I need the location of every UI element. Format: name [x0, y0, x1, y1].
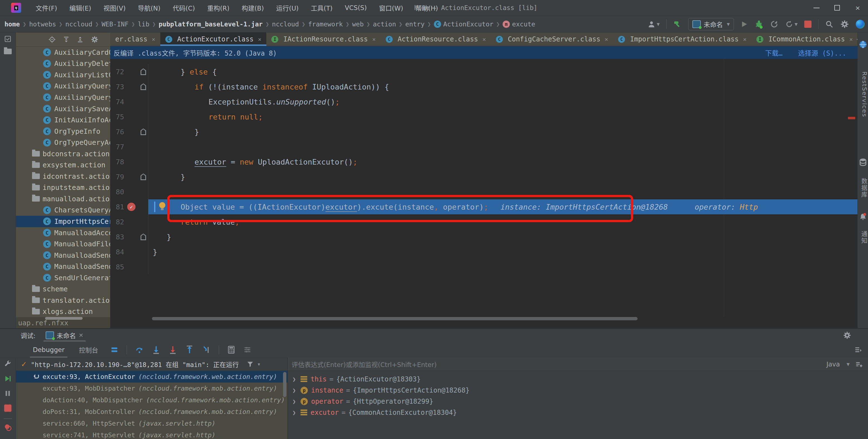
breadcrumb-item[interactable]: ❯CActionExcutor: [425, 21, 493, 28]
tree-item[interactable]: bdconstra.action: [16, 148, 110, 160]
collapse-all-icon[interactable]: [77, 36, 84, 43]
evaluate-expression-icon[interactable]: [227, 346, 235, 354]
notifications-tab[interactable]: 通知: [858, 225, 868, 250]
tree-item[interactable]: CManualloadFileInfo: [16, 238, 110, 250]
fold-marker-icon[interactable]: [141, 83, 146, 90]
profiler-icon[interactable]: [770, 19, 778, 30]
tree-item[interactable]: CSendUrlGenerationAc: [16, 272, 110, 283]
resume-program-icon[interactable]: [0, 375, 16, 382]
close-tab-icon[interactable]: ✕: [605, 36, 608, 42]
add-watch-icon[interactable]: [855, 360, 863, 368]
tree-item[interactable]: CManualloadSendBackI: [16, 261, 110, 272]
breadcrumb-item[interactable]: ❯nccloud: [263, 21, 299, 28]
stack-frame-row[interactable]: service:741, HttpServlet(javax.servlet.h…: [16, 429, 287, 439]
variable-row[interactable]: ❯pinstance={ImportHttpsCertAction@18268}: [288, 385, 868, 396]
menu-item[interactable]: 代码(C): [173, 3, 195, 12]
layout-options-icon[interactable]: [854, 346, 862, 353]
editor-tab[interactable]: CConfigCacheServer.class✕: [491, 33, 613, 46]
tree-item[interactable]: CAuxiliaryListQueryD: [16, 69, 110, 80]
tree-item[interactable]: CAuxiliaryQueryActio: [16, 80, 110, 92]
code-line[interactable]: 77: [110, 139, 858, 154]
project-toolwindow-icon[interactable]: [0, 49, 16, 54]
debug-bug-icon[interactable]: [754, 19, 763, 30]
pause-program-icon[interactable]: [0, 390, 16, 397]
tree-item[interactable]: xlogs.action: [16, 306, 110, 317]
breakpoint-icon[interactable]: ✓: [127, 203, 135, 211]
step-into-icon[interactable]: [152, 346, 160, 354]
stack-frame-row[interactable]: doPost:31, MobController(nccloud.framewo…: [16, 406, 287, 417]
breadcrumb-item[interactable]: ❯WEB-INF: [92, 21, 129, 28]
tree-item[interactable]: CAuxiliarySaveAction: [16, 103, 110, 114]
menu-item[interactable]: 编辑(E): [69, 3, 91, 12]
expand-all-icon[interactable]: [63, 36, 69, 43]
tree-item[interactable]: CManualloadAccountQr: [16, 227, 110, 239]
breadcrumb-item[interactable]: ❯pubplatform_baseLevel-1.jar: [150, 21, 263, 28]
code-line[interactable]: 76}: [110, 124, 858, 139]
variable-row[interactable]: ❯poperator={HttpOperator@18299}: [288, 396, 868, 407]
close-session-icon[interactable]: ✕: [79, 332, 84, 339]
code-line[interactable]: 78excutor = new UploadActionExcutor();: [110, 154, 858, 169]
intention-bulb-icon[interactable]: [159, 202, 165, 208]
debug-session-tab[interactable]: 未命名 ✕: [43, 329, 86, 342]
breadcrumb-item[interactable]: ❯mexcute: [493, 21, 535, 28]
tree-item[interactable]: CCharsetsQueryAction: [16, 205, 110, 216]
user-icon[interactable]: ▼: [647, 19, 660, 30]
code-line[interactable]: 73if (!(instance instanceof IUploadActio…: [110, 79, 858, 94]
tree-item[interactable]: translator.action: [16, 295, 110, 306]
stack-frame-row[interactable]: service:660, HttpServlet(javax.servlet.h…: [16, 417, 287, 429]
code-line[interactable]: 82return value;: [110, 214, 858, 229]
notification-bell-icon[interactable]: [858, 213, 868, 221]
breadcrumb-item[interactable]: ❯framework: [299, 21, 343, 28]
fold-marker-icon[interactable]: [141, 68, 146, 75]
tree-item[interactable]: COrgTypeInfo: [16, 126, 110, 137]
tree-item[interactable]: manualload.action: [16, 193, 110, 205]
step-out-icon[interactable]: [185, 346, 194, 354]
code-line[interactable]: 72} else {: [110, 64, 858, 79]
minimize-icon[interactable]: [806, 0, 827, 15]
variable-row[interactable]: ❯excutor={CommonActionExcutor@18304}: [288, 407, 868, 418]
variable-row[interactable]: ❯this={ActionExcutor@18303}: [288, 374, 868, 385]
breadcrumb-item[interactable]: ❯web: [343, 21, 364, 28]
expand-chevron-icon[interactable]: ❯: [288, 387, 301, 394]
expand-chevron-icon[interactable]: ❯: [288, 398, 301, 405]
tab-console[interactable]: 控制台: [79, 342, 98, 358]
breadcrumb-item[interactable]: ❯action: [364, 21, 396, 28]
breadcrumb-item[interactable]: home: [4, 21, 20, 28]
rerun-dropdown-icon[interactable]: ▼: [785, 19, 798, 30]
restore-layout-icon[interactable]: [244, 346, 251, 353]
commit-toolwindow-icon[interactable]: [0, 35, 16, 42]
breadcrumb-item[interactable]: ❯nccloud: [56, 21, 92, 28]
stop-icon[interactable]: [804, 19, 811, 30]
close-tab-icon[interactable]: ✕: [258, 36, 261, 42]
editor-tab[interactable]: IIActionResource.class✕: [266, 33, 380, 46]
expand-chevron-icon[interactable]: ❯: [288, 376, 301, 382]
choose-sources-link[interactable]: 选择源 (S)...: [798, 48, 846, 58]
code-line[interactable]: 80: [110, 184, 858, 199]
menu-item[interactable]: 导航(N): [138, 3, 160, 12]
close-tab-icon[interactable]: ✕: [372, 36, 376, 42]
tree-item[interactable]: exsystem.action: [16, 159, 110, 171]
evaluate-expression-input[interactable]: 评估表达式(Enter)或添加监视(Ctrl+Shift+Enter): [288, 358, 822, 371]
run-icon[interactable]: [741, 19, 748, 30]
expand-chevron-icon[interactable]: ❯: [288, 409, 301, 416]
menu-item[interactable]: VCS(S): [345, 4, 367, 11]
run-config-selector[interactable]: 未命名 ▼: [688, 18, 734, 30]
maximize-icon[interactable]: [827, 0, 847, 15]
breadcrumb-item[interactable]: ❯hotwebs: [20, 21, 56, 28]
menu-item[interactable]: 构建(B): [242, 3, 264, 12]
close-icon[interactable]: ×: [847, 0, 868, 15]
close-tab-icon[interactable]: ✕: [849, 36, 853, 42]
stop-program-icon[interactable]: [0, 405, 16, 412]
tree-item[interactable]: inputsteam.action: [16, 182, 110, 194]
run-to-cursor-icon[interactable]: [202, 346, 210, 354]
tree-item[interactable]: CManualloadSendActio: [16, 250, 110, 261]
code-editor[interactable]: 72} else {73if (!(instance instanceof IU…: [110, 59, 858, 328]
tree-item[interactable]: CImportHttpsCertActi: [16, 216, 110, 227]
download-sources-link[interactable]: 下载…: [765, 48, 782, 58]
tree-item[interactable]: CAuxiliaryQueryAllAc: [16, 92, 110, 103]
close-tab-icon[interactable]: ✕: [483, 36, 486, 42]
tab-debugger[interactable]: Debugger: [33, 342, 65, 358]
thread-selector[interactable]: ✓ "http-nio-172.20.10.190-…8"@18,281 在组 …: [16, 358, 287, 371]
fold-marker-icon[interactable]: [141, 173, 146, 180]
menu-item[interactable]: 工具(T): [311, 3, 333, 12]
